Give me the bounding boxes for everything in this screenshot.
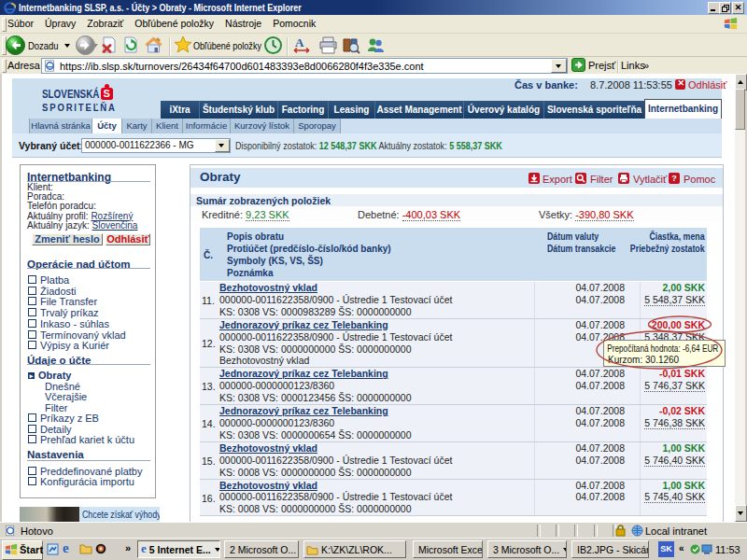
svg-text:A: A [295,35,304,49]
